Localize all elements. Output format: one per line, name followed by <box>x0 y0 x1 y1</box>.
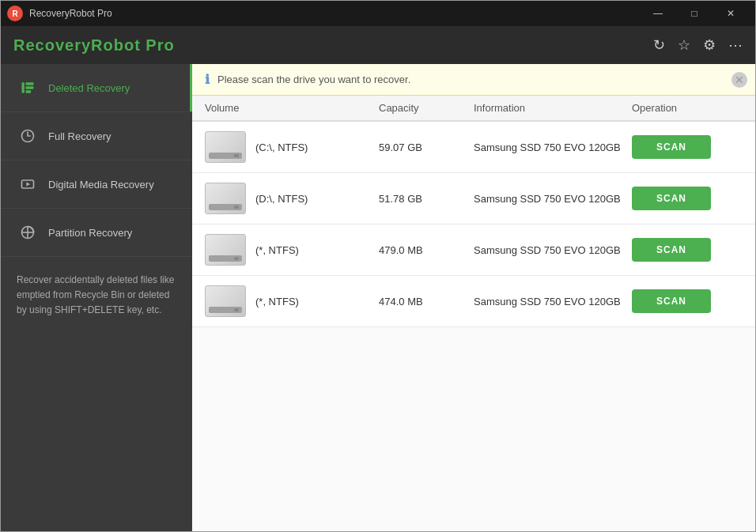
sidebar-label-partition-recovery: Partition Recovery <box>48 227 132 239</box>
app-logo: R <box>7 6 23 21</box>
sidebar-item-partition-recovery[interactable]: Partition Recovery <box>1 209 192 257</box>
drive-table: Volume Capacity Information Operation (C… <box>192 96 755 531</box>
svg-rect-0 <box>22 82 25 92</box>
sidebar-label-digital-media: Digital Media Recovery <box>48 179 154 191</box>
svg-marker-6 <box>26 183 30 187</box>
svg-rect-3 <box>26 90 32 92</box>
col-header-capacity: Capacity <box>379 102 474 114</box>
sidebar-label-full-recovery: Full Recovery <box>48 130 111 142</box>
info-close-button[interactable]: ✕ <box>731 72 747 88</box>
table-row: (D:\, NTFS) 51.78 GB Samsung SSD 750 EVO… <box>192 173 755 224</box>
table-row: (*, NTFS) 479.0 MB Samsung SSD 750 EVO 1… <box>192 224 755 276</box>
drive-cell-2: (*, NTFS) <box>205 234 379 266</box>
sidebar: Deleted Recovery Full Recovery <box>1 64 192 531</box>
info-icon: ℹ <box>205 72 210 87</box>
sidebar-item-full-recovery[interactable]: Full Recovery <box>1 112 192 160</box>
drive-icon-0 <box>205 131 246 163</box>
info-message: Please scan the drive you want to recove… <box>217 74 410 85</box>
full-recovery-icon <box>17 125 39 147</box>
brand-text: Recovery <box>13 36 91 54</box>
table-row: (*, NTFS) 474.0 MB Samsung SSD 750 EVO 1… <box>192 276 755 327</box>
drive-cell-3: (*, NTFS) <box>205 285 379 317</box>
drive-cell-0: (C:\, NTFS) <box>205 131 379 163</box>
brand-accent: Robot Pro <box>91 36 175 54</box>
more-icon[interactable]: ⋯ <box>728 36 743 54</box>
capacity-2: 479.0 MB <box>379 244 474 256</box>
main-layout: Deleted Recovery Full Recovery <box>1 64 755 531</box>
sidebar-item-deleted-recovery[interactable]: Deleted Recovery <box>1 64 192 112</box>
info-0: Samsung SSD 750 EVO 120GB <box>474 141 632 153</box>
sidebar-label-deleted-recovery: Deleted Recovery <box>48 82 130 94</box>
scan-button-2[interactable]: SCAN <box>632 238 711 262</box>
refresh-icon[interactable]: ↻ <box>653 36 665 54</box>
app-brand: RecoveryRobot Pro <box>13 36 175 55</box>
drive-cell-1: (D:\, NTFS) <box>205 183 379 214</box>
minimize-button[interactable]: — <box>640 1 676 26</box>
maximize-button[interactable]: □ <box>676 1 713 26</box>
col-header-volume: Volume <box>205 102 379 114</box>
drive-name-0: (C:\, NTFS) <box>255 141 308 153</box>
drive-name-2: (*, NTFS) <box>255 244 299 256</box>
col-header-information: Information <box>474 102 632 114</box>
digital-media-recovery-icon <box>17 173 39 195</box>
toolbar: RecoveryRobot Pro ↻ ☆ ⚙ ⋯ <box>1 26 755 64</box>
close-button[interactable]: ✕ <box>713 1 749 26</box>
drive-icon-2 <box>205 234 246 266</box>
star-icon[interactable]: ☆ <box>678 36 690 54</box>
svg-rect-2 <box>26 86 34 89</box>
title-bar-title: RecoveryRobot Pro <box>29 8 640 19</box>
svg-rect-1 <box>26 82 34 85</box>
app-window: R RecoveryRobot Pro — □ ✕ RecoveryRobot … <box>0 0 756 532</box>
window-controls: — □ ✕ <box>640 1 749 26</box>
info-2: Samsung SSD 750 EVO 120GB <box>474 244 632 256</box>
capacity-1: 51.78 GB <box>379 193 474 205</box>
drive-icon-3 <box>205 285 246 317</box>
sidebar-description-text: Recover accidentally deleted files like … <box>17 274 174 315</box>
table-header: Volume Capacity Information Operation <box>192 96 755 122</box>
content-area: ℹ Please scan the drive you want to reco… <box>192 64 755 531</box>
deleted-recovery-icon <box>17 77 39 99</box>
scan-button-0[interactable]: SCAN <box>632 135 711 159</box>
capacity-0: 59.07 GB <box>379 141 474 153</box>
info-1: Samsung SSD 750 EVO 120GB <box>474 193 632 205</box>
scan-button-1[interactable]: SCAN <box>632 187 711 210</box>
drive-icon-1 <box>205 183 246 214</box>
toolbar-icons: ↻ ☆ ⚙ ⋯ <box>653 36 743 54</box>
sidebar-description: Recover accidentally deleted files like … <box>1 257 192 531</box>
table-row: (C:\, NTFS) 59.07 GB Samsung SSD 750 EVO… <box>192 122 755 173</box>
col-header-operation: Operation <box>632 102 743 114</box>
info-bar: ℹ Please scan the drive you want to reco… <box>192 64 755 96</box>
scan-button-3[interactable]: SCAN <box>632 289 711 313</box>
capacity-3: 474.0 MB <box>379 296 474 308</box>
partition-recovery-icon <box>17 221 39 243</box>
title-bar: R RecoveryRobot Pro — □ ✕ <box>1 1 755 26</box>
sidebar-item-digital-media-recovery[interactable]: Digital Media Recovery <box>1 160 192 209</box>
settings-icon[interactable]: ⚙ <box>703 36 716 54</box>
drive-name-1: (D:\, NTFS) <box>255 193 308 205</box>
drive-name-3: (*, NTFS) <box>255 296 299 308</box>
info-3: Samsung SSD 750 EVO 120GB <box>474 296 632 308</box>
